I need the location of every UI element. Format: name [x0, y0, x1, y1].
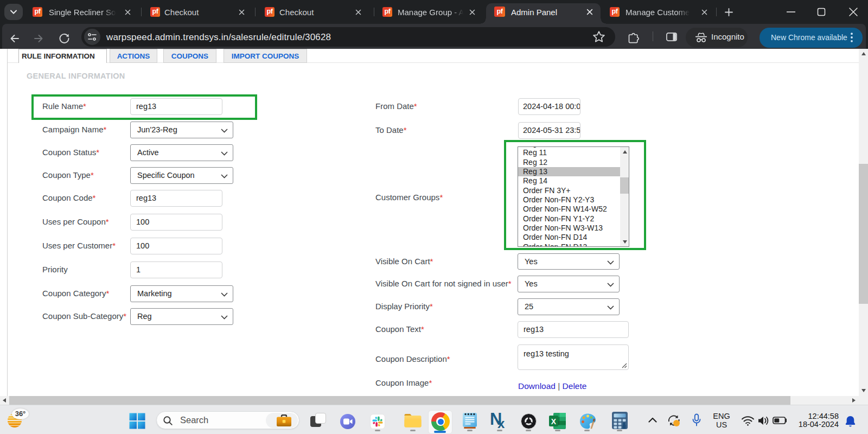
svg-text:X: X [551, 417, 557, 426]
